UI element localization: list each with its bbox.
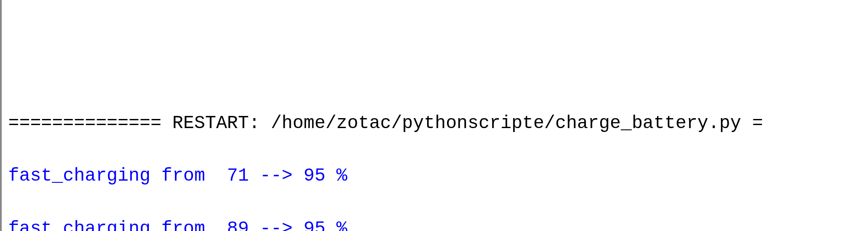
console-output-line: fast_charging from 89 --> 95 % xyxy=(8,216,861,231)
console-restart-line: ============== RESTART: /home/zotac/pyth… xyxy=(8,110,861,137)
console-output-line: fast_charging from 71 --> 95 % xyxy=(8,163,861,189)
